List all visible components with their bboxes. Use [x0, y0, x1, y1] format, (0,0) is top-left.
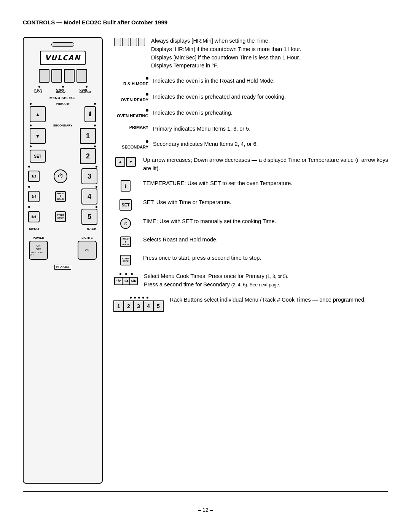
mc-dot2 — [125, 273, 127, 275]
threequarter-dot-right — [96, 186, 97, 188]
rh-mode-text: Indicates the oven is in the Roast and H… — [153, 77, 388, 85]
desc-rh-mode: R & H MODE Indicates the oven is in the … — [114, 77, 388, 86]
rack-4-btn[interactable]: 4 — [81, 189, 97, 204]
set-icon-btn: SET — [119, 199, 132, 211]
half-btn-panel[interactable]: 1/2 — [28, 171, 40, 182]
rack-icon-5: 5 — [153, 300, 164, 312]
oven-heating-indicator — [86, 86, 88, 88]
rack-1-btn[interactable]: 1 — [80, 128, 96, 144]
half-dot-left — [28, 166, 30, 168]
oven-ready-icon — [146, 93, 148, 96]
time-icon: ⏱ — [114, 217, 137, 229]
fivesix-dot-right — [96, 206, 97, 208]
clock-icon: ⏱ — [120, 218, 131, 229]
page-container: CONTROLS — Model ECO2C Built after Octob… — [0, 0, 411, 532]
display-digit-2 — [51, 69, 62, 83]
set-icon: SET — [114, 198, 137, 211]
rack-3-btn[interactable]: 3 — [81, 168, 97, 184]
vulcan-logo: 𝗩𝗨𝗟𝗖𝗔𝗡 — [40, 51, 86, 65]
desc-display-line3: Displays [Min:Sec] if the countdown Time… — [151, 54, 388, 62]
menu-cook-text: Select Menu Cook Times. Press once for P… — [144, 272, 388, 289]
thermometer-btn[interactable]: 🌡 — [84, 106, 96, 122]
pl-number-text: PL-53464 — [54, 265, 72, 270]
lights-btn[interactable]: ON — [78, 241, 97, 260]
secondary-dot-right — [94, 125, 96, 126]
display-digit-3 — [64, 69, 75, 83]
primary-desc-label: PRIMARY — [118, 125, 148, 129]
menu-rack-labels: MENU RACK — [27, 227, 98, 231]
up-arrow-icon: ▲ — [115, 157, 125, 167]
temperature-text: TEMPERATURE: Use with SET to set the ove… — [143, 179, 388, 188]
secondary-icon-label: SECONDARY — [114, 140, 148, 149]
roast-hold-text: Selects Roast and Hold mode. — [143, 236, 388, 244]
oven-ready-icon-label: OVEN READY — [114, 93, 148, 102]
menu-cook-primary: Select Menu Cook Times. Press once for P… — [144, 273, 264, 279]
power-section: POWER ON OFF OVEN COOL OFF — [29, 236, 48, 260]
set-btn-panel[interactable]: SET — [30, 150, 46, 163]
rh-mode-icon-label: R & H MODE — [114, 77, 148, 86]
desc-display-line4: Displays Temperature in °F. — [151, 62, 388, 70]
arrows-icon: ▲ ▼ — [114, 156, 137, 167]
menu-cook-primary-sub: (1, 3, or 5). — [266, 274, 288, 279]
page-title: CONTROLS — Model ECO2C Built after Octob… — [23, 19, 388, 26]
rack-icon-2: 2 — [123, 300, 134, 312]
power-lights-row: POWER ON OFF OVEN COOL OFF LIGHTS ON — [27, 236, 98, 260]
rh-mode-icon — [146, 77, 148, 80]
lights-section: LIGHTS ON — [78, 236, 97, 260]
clock-btn[interactable]: ⏱ — [54, 169, 67, 183]
power-btn[interactable]: ON OFF OVEN COOL OFF — [29, 241, 48, 260]
indicator-row — [27, 86, 98, 88]
desc-display-line2: Displays [HR:Min] if the countdown Time … — [151, 45, 388, 54]
rack-icon-3: 3 — [133, 300, 144, 312]
secondary-icon — [146, 140, 148, 143]
oven-ready-label: OVENREADY — [56, 88, 66, 94]
rack-2-btn[interactable]: 2 — [80, 148, 96, 164]
desc-display-line1: Always displays [HR:Min] when setting th… — [151, 37, 388, 45]
rack-label-panel: RACK — [87, 227, 97, 231]
primary-label-panel: PRIMARY — [56, 102, 70, 105]
menu-half-icon: 1/2 — [114, 277, 123, 285]
control-panel-diagram: 𝗩𝗨𝗟𝗖𝗔𝗡 R & HMODE OVENREADY OVENHEATING — [23, 37, 103, 484]
desc-oven-ready: OVEN READY Indicates the oven is preheat… — [114, 93, 388, 102]
secondary-dot-left — [30, 125, 32, 126]
oven-cool-off-label: OVEN COOL OFF — [30, 251, 47, 256]
icon-digit-1 — [114, 38, 121, 46]
icon-digit-4 — [138, 38, 145, 46]
start-stop-icon-btn: START STOP — [120, 255, 131, 265]
menu-cook-icon: 1/2 3/4 5/6 — [114, 272, 138, 285]
start-stop-btn-panel[interactable]: START STOP — [55, 211, 66, 222]
down-arrow-btn[interactable]: ▼ — [30, 128, 46, 144]
desc-display-text: Always displays [HR:Min] when setting th… — [151, 37, 388, 70]
temp-icon: 🌡 — [114, 179, 137, 192]
threequarter-btn-panel[interactable]: 3/4 — [28, 191, 40, 202]
up-arrow-btn[interactable]: ▲ — [30, 106, 46, 122]
desc-rack-buttons: 1 2 3 4 5 Rack Buttons select individual… — [114, 296, 388, 312]
arrows-text: Up arrow increases; Down arrow decreases… — [143, 156, 388, 173]
desc-set: SET SET: Use with Time or Temperature. — [114, 198, 388, 211]
panel-display — [39, 69, 87, 83]
set-text: SET: Use with Time or Temperature. — [143, 198, 388, 207]
primary-dot-right — [94, 103, 96, 105]
page-number: – 12 – — [23, 495, 388, 513]
roast-hold-icon-btn: ROAST & HOLD — [120, 236, 131, 247]
rb-dot3 — [138, 297, 140, 299]
set-dot-right — [94, 145, 96, 147]
desc-menu-cook: 1/2 3/4 5/6 Select Menu Cook Times. Pres… — [114, 272, 388, 289]
panel-handle — [51, 42, 74, 47]
oven-heating-text: Indicates the oven is preheating. — [153, 109, 388, 117]
desc-temperature: 🌡 TEMPERATURE: Use with SET to set the o… — [114, 179, 388, 192]
rack-5-btn[interactable]: 5 — [81, 209, 97, 225]
arrows-icon-group: ▲ ▼ — [115, 157, 136, 167]
set-dot-left — [30, 145, 32, 147]
rh-mode-label: R & HMODE — [34, 88, 42, 94]
fivesix-dot-left — [28, 206, 30, 208]
desc-oven-heating: OVEN HEATING Indicates the oven is prehe… — [114, 109, 388, 118]
icon-digit-3 — [130, 38, 137, 46]
fivesix-btn-panel[interactable]: 5/6 — [28, 211, 40, 222]
oven-heating-icon-label: OVEN HEATING — [114, 109, 148, 118]
display-digit-4 — [76, 69, 87, 83]
primary-icon-label: PRIMARY — [114, 125, 148, 129]
mc-dot3 — [131, 273, 133, 275]
mc-dot1 — [119, 273, 121, 275]
roast-hold-btn-panel[interactable]: ROAST & HOLD — [55, 191, 66, 202]
